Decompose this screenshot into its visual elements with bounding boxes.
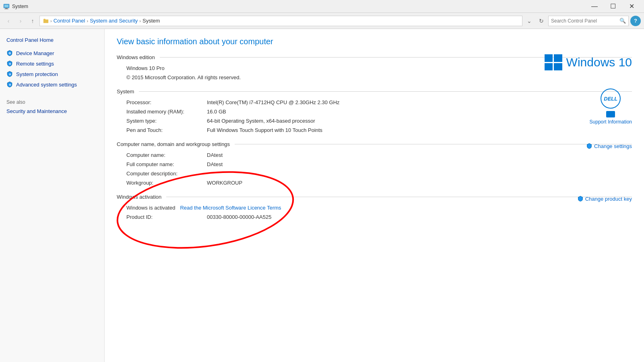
dell-logo: DELL <box>601 88 621 109</box>
computer-name-section: Computer name, domain and workgroup sett… <box>117 141 632 186</box>
computer-name-section-label: Computer name, domain and workgroup sett… <box>117 141 230 147</box>
copyright-row: © 2015 Microsoft Corporation. All rights… <box>117 74 632 80</box>
activation-status: Windows is activated <box>126 205 175 211</box>
section-header-activation: Windows activation <box>117 194 632 200</box>
windows-logo-grid <box>545 54 562 70</box>
see-also-label: See also <box>6 99 98 105</box>
workgroup-value: WORKGROUP <box>207 180 242 186</box>
breadcrumb-system-security[interactable]: System and Security <box>90 18 138 24</box>
computer-desc-row: Computer description: <box>117 171 632 177</box>
full-computer-name-value: DAtest <box>207 161 223 167</box>
product-id-row: Product ID: 00330-80000-00000-AA525 <box>117 214 632 220</box>
section-divider-system <box>139 91 632 92</box>
section-header-system: System <box>117 88 632 95</box>
breadcrumb-sep-1: › <box>50 19 52 23</box>
shield-icon-device-manager: ⚙ <box>6 50 13 56</box>
window-title: System <box>12 4 28 9</box>
system-type-label: System type: <box>126 118 207 124</box>
windows-logo-area: Windows 10 <box>545 54 632 70</box>
sidebar-label-advanced: Advanced system settings <box>16 82 77 88</box>
search-box[interactable]: 🔍 <box>548 16 629 26</box>
sidebar: Control Panel Home ⚙ Device Manager ⚙ Re… <box>0 29 105 362</box>
section-header-computer: Computer name, domain and workgroup sett… <box>117 141 632 147</box>
dropdown-button[interactable]: ⌄ <box>524 16 535 26</box>
close-button[interactable]: ✕ <box>622 0 641 13</box>
change-product-key-area: Change product key <box>577 195 632 202</box>
back-button[interactable]: ‹ <box>3 16 14 26</box>
minimize-button[interactable]: — <box>585 0 604 13</box>
processor-label: Processor: <box>126 99 207 105</box>
title-bar: System — ☐ ✕ <box>0 0 644 13</box>
breadcrumb: › Control Panel › System and Security › … <box>39 16 522 26</box>
up-button[interactable]: ↑ <box>27 16 38 26</box>
computer-name-value: DAtest <box>207 152 223 158</box>
win-logo-sq2 <box>554 54 562 62</box>
address-bar: ‹ › ↑ › Control Panel › System and Secur… <box>0 13 644 29</box>
sidebar-item-remote-settings[interactable]: ⚙ Remote settings <box>0 58 104 69</box>
svg-rect-3 <box>4 9 8 9</box>
search-input[interactable] <box>551 18 618 24</box>
breadcrumb-sep-3: › <box>139 19 141 23</box>
windows-edition-section: Windows edition Windows 10 Windows 10 Pr… <box>117 54 632 80</box>
system-section: System DELL Support Information Processo… <box>117 88 632 133</box>
window-icon <box>3 3 10 10</box>
win-logo-sq1 <box>545 54 553 62</box>
dell-area: DELL Support Information <box>590 88 632 125</box>
activation-status-row: Windows is activated Read the Microsoft … <box>117 205 632 211</box>
security-maintenance-link[interactable]: Security and Maintenance <box>6 107 98 115</box>
computer-name-label: Computer name: <box>126 152 207 158</box>
activation-section: Windows activation Change product key Wi… <box>117 194 632 220</box>
maximize-button[interactable]: ☐ <box>604 0 622 13</box>
sidebar-label-remote: Remote settings <box>16 61 54 67</box>
full-computer-name-label: Full computer name: <box>126 161 207 167</box>
workgroup-row: Workgroup: WORKGROUP <box>117 180 632 186</box>
shield-icon-protection: ⚙ <box>6 71 13 77</box>
title-bar-left: System <box>3 3 28 10</box>
forward-button[interactable]: › <box>15 16 26 26</box>
folder-icon <box>43 18 49 24</box>
change-settings-area: Change settings <box>586 143 632 149</box>
win-logo-sq3 <box>545 63 553 71</box>
edition-section-label: Windows edition <box>117 54 155 60</box>
breadcrumb-system: System <box>142 18 160 24</box>
dell-screen-icon <box>606 111 615 117</box>
product-id-label: Product ID: <box>126 214 207 220</box>
main-container: Control Panel Home ⚙ Device Manager ⚙ Re… <box>0 29 644 362</box>
change-settings-link[interactable]: Change settings <box>594 143 632 149</box>
breadcrumb-control-panel[interactable]: Control Panel <box>54 18 85 24</box>
ram-label: Installed memory (RAM): <box>126 109 207 115</box>
ram-row: Installed memory (RAM): 16.0 GB <box>117 109 632 115</box>
product-id-value: 00330-80000-00000-AA525 <box>207 214 271 220</box>
change-product-shield-icon <box>577 195 584 202</box>
sidebar-item-device-manager[interactable]: ⚙ Device Manager <box>0 48 104 58</box>
pen-touch-row: Pen and Touch: Full Windows Touch Suppor… <box>117 127 632 133</box>
sidebar-home-link[interactable]: Control Panel Home <box>0 35 104 48</box>
copyright-value: © 2015 Microsoft Corporation. All rights… <box>126 74 241 80</box>
system-type-value: 64-bit Operating System, x64-based proce… <box>207 118 315 124</box>
shield-icon-remote: ⚙ <box>6 60 13 67</box>
shield-icon-advanced: ⚙ <box>6 81 13 88</box>
sidebar-item-system-protection[interactable]: ⚙ System protection <box>0 69 104 79</box>
full-computer-name-row: Full computer name: DAtest <box>117 161 632 167</box>
pen-touch-value: Full Windows Touch Support with 10 Touch… <box>207 127 322 133</box>
change-product-key-link[interactable]: Change product key <box>585 196 632 202</box>
pen-touch-label: Pen and Touch: <box>126 127 207 133</box>
system-type-row: System type: 64-bit Operating System, x6… <box>117 118 632 124</box>
computer-desc-label: Computer description: <box>126 171 207 177</box>
processor-row: Processor: Intel(R) Core(TM) i7-4712HQ C… <box>117 99 632 105</box>
sidebar-label-device-manager: Device Manager <box>16 50 54 56</box>
svg-text:⚙: ⚙ <box>8 52 11 55</box>
windows-logo-text: Windows 10 <box>566 56 632 69</box>
search-icon: 🔍 <box>619 18 626 24</box>
system-section-label: System <box>117 88 134 95</box>
help-button[interactable]: ? <box>630 16 641 26</box>
refresh-button[interactable]: ↻ <box>536 16 547 26</box>
licence-terms-link[interactable]: Read the Microsoft Software Licence Term… <box>180 205 281 211</box>
processor-value: Intel(R) Core(TM) i7-4712HQ CPU @ 2.30GH… <box>207 99 340 105</box>
sidebar-see-also: See also Security and Maintenance <box>0 99 104 115</box>
activation-section-label: Windows activation <box>117 194 161 200</box>
content-area: View basic information about your comput… <box>105 29 644 362</box>
support-info-link[interactable]: Support Information <box>590 119 632 125</box>
svg-rect-2 <box>5 8 8 9</box>
sidebar-item-advanced-settings[interactable]: ⚙ Advanced system settings <box>0 79 104 90</box>
